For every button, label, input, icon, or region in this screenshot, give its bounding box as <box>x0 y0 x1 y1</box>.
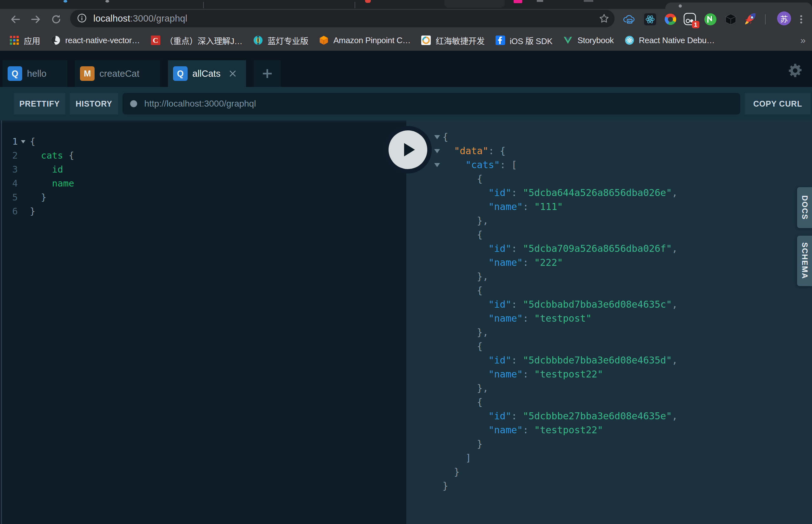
query-line[interactable]: 4 name <box>0 176 406 190</box>
browser-tab-strip <box>0 0 812 9</box>
result-pane: { "data": { "cats": [ { "id": "5dcba644a… <box>406 120 812 524</box>
fold-gutter <box>406 395 443 409</box>
profile-avatar[interactable]: 苏 <box>777 12 791 26</box>
extension-cloud-photos-icon[interactable] <box>622 9 636 30</box>
result-line: "id": "5dcbbabd7bba3e6d08e4635c", <box>406 297 812 311</box>
result-code: } <box>443 479 448 493</box>
tab-separator <box>203 2 204 8</box>
url-text[interactable]: localhost:3000/graphql <box>93 13 187 24</box>
bookmark-item[interactable]: React Native Debu… <box>625 35 715 45</box>
playground-tab-allCats[interactable]: QallCats <box>168 60 246 87</box>
query-editor[interactable]: 1{2 cats {3 id4 name5 }6} <box>0 120 406 524</box>
result-line: { <box>406 339 812 353</box>
result-line: { <box>406 130 812 144</box>
bookmark-item[interactable]: Amazon Pinpoint C… <box>319 35 411 45</box>
bookmark-label: Storybook <box>577 35 614 45</box>
menu-kebab-icon[interactable] <box>794 9 808 30</box>
fold-arrow-icon[interactable] <box>18 134 30 148</box>
extension-n-icon[interactable] <box>703 9 717 30</box>
add-tab-button[interactable] <box>254 60 281 87</box>
result-line: "id": "5dcba709a526a8656dba026f", <box>406 242 812 256</box>
line-number: 1 <box>0 134 18 148</box>
result-code: { <box>443 283 482 297</box>
fold-gutter <box>406 437 443 451</box>
fold-gutter <box>406 423 443 437</box>
query-code: { <box>30 134 35 148</box>
fold-gutter <box>18 162 30 176</box>
close-tab-icon[interactable] <box>229 70 237 77</box>
schema-side-tab[interactable]: SCHEMA <box>797 236 812 286</box>
address-bar[interactable]: localhost:3000/graphql <box>70 10 615 27</box>
bookmark-item[interactable]: Storybook <box>563 35 614 45</box>
result-code: { <box>443 395 482 409</box>
result-line: "name": "111" <box>406 200 812 214</box>
result-code: "id": "5dcbbabd7bba3e6d08e4635c", <box>443 297 678 311</box>
extension-kap-icon[interactable]: 1 <box>683 9 697 30</box>
fold-gutter <box>406 172 443 186</box>
execute-play-button[interactable] <box>384 126 432 174</box>
reload-icon[interactable] <box>50 9 62 30</box>
back-icon[interactable] <box>10 9 21 30</box>
bookmark-item[interactable]: 红海敏捷开发 <box>421 35 484 46</box>
c-red-icon: C <box>151 35 160 45</box>
fold-gutter <box>18 204 30 218</box>
copy-curl-button[interactable]: COPY CURL <box>745 93 811 115</box>
query-line[interactable]: 1{ <box>0 134 406 148</box>
result-code: "id": "5dcbbbde7bba3e6d08e4635d", <box>443 353 678 367</box>
plus-icon <box>262 68 273 79</box>
result-code: "id": "5dcba709a526a8656dba026f", <box>443 242 678 256</box>
result-code: "name": "testpost22" <box>443 423 603 437</box>
play-triangle-icon <box>404 143 415 157</box>
result-line: }, <box>406 269 812 283</box>
result-code: "name": "testpost22" <box>443 367 603 381</box>
fold-gutter <box>406 200 443 214</box>
query-line[interactable]: 6} <box>0 204 406 218</box>
extension-react-icon[interactable] <box>643 9 657 30</box>
result-code: }, <box>443 214 489 228</box>
browser-active-tab[interactable] <box>665 2 812 9</box>
playground-tab-hello[interactable]: Qhello <box>2 60 67 87</box>
bookmark-star-icon[interactable] <box>599 13 609 25</box>
fold-gutter <box>406 451 443 465</box>
result-line: "id": "5dcba644a526a8656dba026e", <box>406 186 812 200</box>
site-info-icon[interactable] <box>77 13 87 24</box>
docs-side-tab[interactable]: DOCS <box>797 187 812 228</box>
bookmark-label: 红海敏捷开发 <box>435 35 484 46</box>
query-line[interactable]: 2 cats { <box>0 148 406 162</box>
query-badge: Q <box>173 66 188 81</box>
fold-gutter <box>406 325 443 339</box>
line-number: 3 <box>0 162 18 176</box>
result-code: "name": "testpost" <box>443 311 592 325</box>
playground-tab-createCat[interactable]: McreateCat <box>75 60 160 87</box>
result-line: } <box>406 479 812 493</box>
bookmarks-overflow-chevron[interactable]: » <box>800 30 806 51</box>
extension-rocket-icon[interactable] <box>743 9 757 30</box>
prettify-button[interactable]: PRETTIFY <box>14 93 65 115</box>
tab-label: createCat <box>99 68 139 79</box>
extension-badge: 1 <box>692 21 699 28</box>
query-line[interactable]: 3 id <box>0 162 406 176</box>
result-line: { <box>406 228 812 242</box>
bookmark-item[interactable]: react-native-vector… <box>51 35 140 45</box>
forward-icon[interactable] <box>30 9 41 30</box>
fold-gutter <box>18 176 30 190</box>
browser-tab-partial[interactable] <box>444 0 505 7</box>
bookmark-item[interactable]: 应用 <box>10 35 40 46</box>
line-number: 4 <box>0 176 18 190</box>
tab-label: allCats <box>192 68 221 79</box>
settings-gear-icon[interactable] <box>788 63 802 78</box>
extension-colorwheel-icon[interactable] <box>664 9 678 30</box>
bookmark-item[interactable]: iOS 版 SDK <box>495 35 553 46</box>
endpoint-url-input[interactable] <box>144 99 733 109</box>
fold-gutter <box>18 148 30 162</box>
fold-gutter <box>406 311 443 325</box>
endpoint-url-box[interactable] <box>123 93 740 115</box>
query-line[interactable]: 5 } <box>0 190 406 204</box>
result-code: }, <box>443 381 489 395</box>
endpoint-status-dot <box>130 100 137 107</box>
result-code: } <box>443 465 460 479</box>
bookmark-item[interactable]: 蓝灯专业版 <box>253 35 308 46</box>
history-button[interactable]: HISTORY <box>70 93 118 115</box>
bookmark-item[interactable]: C（重点）深入理解J… <box>151 35 242 46</box>
extension-cube-icon[interactable] <box>724 9 738 30</box>
